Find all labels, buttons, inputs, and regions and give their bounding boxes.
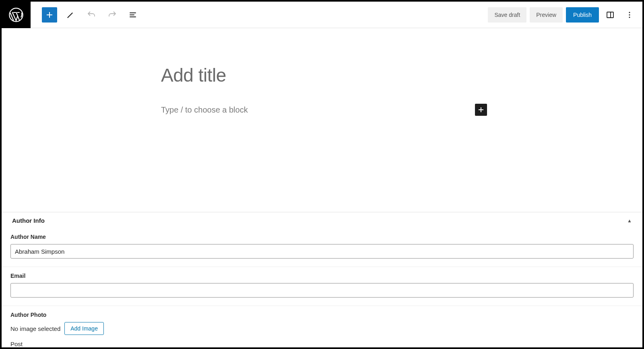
author-info-panel: Author Info ▲ Author Name Email Author P… [2,212,642,347]
document-overview-button[interactable] [126,7,141,23]
add-block-button[interactable] [42,7,57,23]
author-info-panel-header[interactable]: Author Info ▲ [2,212,642,228]
publish-button[interactable]: Publish [566,7,599,23]
pencil-icon [66,10,75,20]
plus-icon [476,105,486,115]
svg-point-2 [629,12,630,13]
no-image-selected-text: No image selected [10,325,60,332]
post-title-input[interactable]: Add title [161,64,487,86]
editor-top-toolbar: Save draft Preview Publish [2,2,642,28]
edit-mode-button[interactable] [63,7,78,23]
sidebar-icon [605,10,615,20]
wordpress-icon [8,7,24,23]
toolbar-right-group: Save draft Preview Publish [488,7,642,23]
editor-canvas: Add title Type / to choose a block Autho… [2,28,642,347]
undo-button[interactable] [84,7,99,23]
list-view-icon [128,10,138,20]
email-label: Email [10,273,634,279]
svg-rect-1 [607,12,613,18]
post-section-label: Post [2,338,642,347]
plus-icon [45,10,54,20]
author-name-label: Author Name [10,234,634,240]
preview-button[interactable]: Preview [530,7,563,23]
save-draft-button[interactable]: Save draft [488,7,526,23]
more-vertical-icon [625,10,634,20]
email-input[interactable] [10,283,634,298]
meta-boxes-area: Author Info ▲ Author Name Email Author P… [2,212,642,347]
wordpress-logo-button[interactable] [2,2,31,28]
redo-button[interactable] [105,7,120,23]
toolbar-left-group [31,7,141,23]
block-content-placeholder[interactable]: Type / to choose a block [161,105,248,115]
more-options-button[interactable] [621,7,638,23]
collapse-up-icon: ▲ [627,218,632,224]
svg-point-4 [629,16,630,18]
inline-add-block-button[interactable] [475,104,487,116]
author-photo-label: Author Photo [10,312,634,318]
add-image-button[interactable]: Add Image [64,322,104,335]
author-name-input[interactable] [10,244,634,259]
author-info-panel-title: Author Info [12,217,45,224]
author-name-field: Author Name [2,228,642,267]
email-field: Email [2,267,642,306]
redo-icon [107,10,117,20]
settings-sidebar-toggle[interactable] [602,7,618,23]
undo-icon [87,10,96,20]
svg-point-3 [629,14,630,15]
author-photo-field: Author Photo No image selected Add Image [2,306,642,338]
